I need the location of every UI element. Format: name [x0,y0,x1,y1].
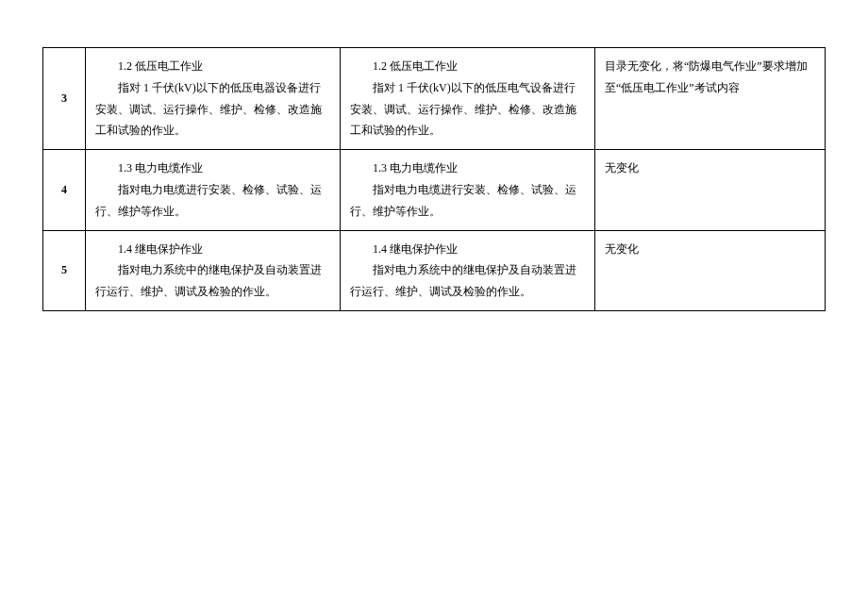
head-line: 1.3 电力电缆作业 [95,158,330,179]
cell-old-text: 1.2 低压电工作业 指对 1 千伏(kV)以下的低压电器设备进行安装、调试、运… [86,48,341,150]
cell-change-note: 目录无变化，将“防爆电气作业”要求增加至“低压电工作业”考试内容 [595,48,826,150]
cell-new-text: 1.4 继电保护作业 指对电力系统中的继电保护及自动装置进行运行、维护、调试及检… [341,230,595,310]
cell-old-text: 1.3 电力电缆作业 指对电力电缆进行安装、检修、试验、运行、维护等作业。 [86,150,341,230]
cell-old-text: 1.4 继电保护作业 指对电力系统中的继电保护及自动装置进行运行、维护、调试及检… [86,230,341,310]
head-line: 1.4 继电保护作业 [95,239,330,260]
head-line: 1.4 继电保护作业 [350,239,585,260]
cell-new-text: 1.2 低压电工作业 指对 1 千伏(kV)以下的低压电气设备进行安装、调试、运… [341,48,595,150]
cell-change-note: 无变化 [595,150,826,230]
body-line: 指对电力系统中的继电保护及自动装置进行运行、维护、调试及检验的作业。 [350,259,585,303]
body-line: 指对 1 千伏(kV)以下的低压电气设备进行安装、调试、运行操作、维护、检修、改… [350,77,585,141]
head-line: 1.2 低压电工作业 [350,56,585,77]
cell-new-text: 1.3 电力电缆作业 指对电力电缆进行安装、检修、试验、运行、维护等作业。 [341,150,595,230]
table-row: 5 1.4 继电保护作业 指对电力系统中的继电保护及自动装置进行运行、维护、调试… [43,230,826,310]
body-line: 指对 1 千伏(kV)以下的低压电器设备进行安装、调试、运行操作、维护、检修、改… [95,77,330,141]
body-line: 指对电力电缆进行安装、检修、试验、运行、维护等作业。 [95,179,330,223]
head-line: 1.3 电力电缆作业 [350,158,585,179]
cell-change-note: 无变化 [595,230,826,310]
head-line: 1.2 低压电工作业 [95,56,330,77]
row-number: 4 [43,150,86,230]
row-number: 3 [43,48,86,150]
body-line: 指对电力系统中的继电保护及自动装置进行运行、维护、调试及检验的作业。 [95,259,330,303]
body-line: 指对电力电缆进行安装、检修、试验、运行、维护等作业。 [350,179,585,223]
table-row: 4 1.3 电力电缆作业 指对电力电缆进行安装、检修、试验、运行、维护等作业。 … [43,150,826,230]
table-row: 3 1.2 低压电工作业 指对 1 千伏(kV)以下的低压电器设备进行安装、调试… [43,48,826,150]
comparison-table: 3 1.2 低压电工作业 指对 1 千伏(kV)以下的低压电器设备进行安装、调试… [42,47,826,311]
row-number: 5 [43,230,86,310]
